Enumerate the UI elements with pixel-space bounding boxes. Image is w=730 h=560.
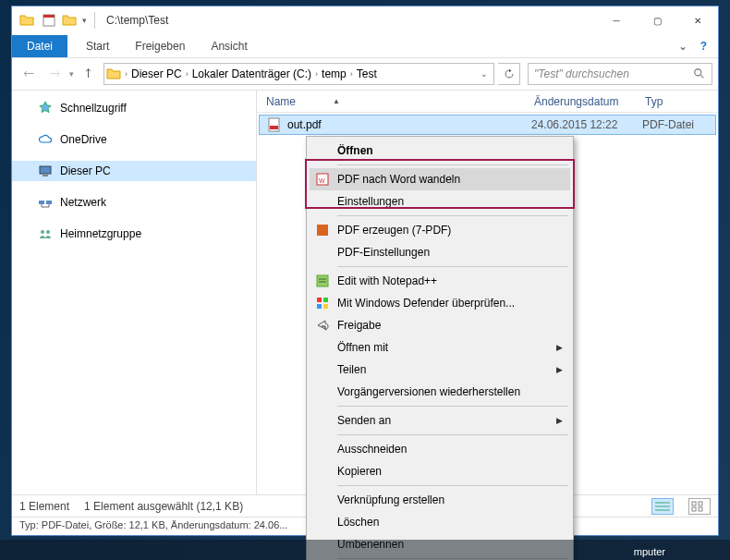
svg-rect-21 (699, 507, 702, 511)
crumb[interactable]: Test (357, 67, 377, 80)
column-headers[interactable]: Name▲ Änderungsdatum Typ (257, 91, 718, 113)
ctx-item[interactable]: Löschen (310, 511, 570, 533)
navigation-pane: SchnellzugriffOneDriveDieser PCNetzwerkH… (12, 91, 257, 494)
ctx-label: PDF erzeugen (7-PDF) (337, 224, 451, 237)
ctx-item[interactable]: PDF-Einstellungen (310, 241, 570, 263)
back-button[interactable]: 🡐 (18, 63, 40, 85)
nav-item-pc[interactable]: Dieser PC (12, 161, 256, 181)
star-icon (38, 101, 53, 116)
homegroup-icon (38, 226, 53, 241)
svg-line-3 (700, 75, 704, 79)
defender-icon (315, 296, 330, 310)
cloud-icon (38, 132, 53, 147)
sort-indicator-icon: ▲ (333, 97, 340, 105)
addr-dropdown-icon[interactable]: ⌄ (481, 69, 492, 79)
ctx-item[interactable]: Mit Windows Defender überprüfen... (310, 292, 570, 314)
history-dropdown-icon[interactable]: ▾ (69, 69, 74, 79)
ctx-item[interactable]: Öffnen (310, 140, 570, 162)
ctx-item[interactable]: WPDF nach Word wandeln (310, 168, 570, 190)
ctx-label: Löschen (337, 516, 379, 529)
nav-item-network[interactable]: Netzwerk (12, 192, 256, 213)
breadcrumb[interactable]: › Dieser PC › Lokaler Datenträger (C:) ›… (103, 63, 494, 85)
pdfword-icon: W (315, 172, 330, 187)
nav-label: Heimnetzgruppe (60, 227, 141, 240)
folder-icon (106, 67, 121, 81)
ctx-item[interactable]: Öffnen mit▶ (310, 336, 570, 359)
qat-dropdown-icon[interactable]: ▾ (82, 16, 87, 25)
ctx-item[interactable]: Ausschneiden (310, 438, 570, 460)
svg-rect-30 (317, 304, 322, 309)
col-type[interactable]: Typ (636, 95, 718, 108)
svg-rect-5 (43, 175, 48, 177)
forward-button[interactable]: 🡒 (43, 63, 66, 85)
ctx-label: Freigabe (337, 319, 381, 332)
status-selection: 1 Element ausgewählt (12,1 KB) (84, 500, 243, 513)
qat-newfolder-icon[interactable] (62, 13, 77, 28)
search-placeholder: "Test" durchsuchen (534, 67, 693, 80)
refresh-button[interactable] (498, 63, 520, 85)
crumb[interactable]: temp (322, 67, 347, 80)
titlebar: ▾ C:\temp\Test ─ ▢ ✕ (12, 6, 718, 34)
window-title: C:\temp\Test (106, 14, 168, 27)
up-button[interactable]: 🡑 (78, 63, 100, 85)
svg-rect-18 (692, 502, 696, 505)
ctx-item[interactable]: Edit with Notepad++ (310, 270, 570, 292)
ctx-item[interactable]: Kopieren (310, 460, 570, 482)
ctx-label: Vorgängerversionen wiederherstellen (337, 385, 520, 398)
ribbon-tab-ansicht[interactable]: Ansicht (198, 36, 260, 56)
crumb[interactable]: Lokaler Datenträger (C:) (192, 67, 311, 80)
col-name[interactable]: Name (266, 95, 296, 108)
pdf7-icon (315, 223, 330, 237)
svg-point-12 (46, 230, 50, 234)
svg-rect-31 (323, 304, 328, 309)
ctx-item[interactable]: PDF erzeugen (7-PDF) (310, 219, 570, 241)
search-icon (693, 67, 706, 80)
ctx-label: Mit Windows Defender überprüfen... (337, 297, 515, 310)
network-icon (38, 195, 53, 210)
qat-properties-icon[interactable] (42, 13, 56, 28)
nav-item-star[interactable]: Schnellzugriff (12, 98, 256, 118)
ctx-label: Einstellungen (337, 195, 404, 208)
maximize-button[interactable]: ▢ (637, 6, 677, 34)
help-icon[interactable]: ? (700, 40, 707, 53)
submenu-arrow-icon: ▶ (556, 365, 563, 374)
ctx-label: PDF-Einstellungen (337, 246, 430, 259)
nav-label: Schnellzugriff (60, 102, 127, 115)
submenu-arrow-icon: ▶ (556, 343, 563, 352)
nav-label: OneDrive (60, 133, 107, 146)
status-count: 1 Element (19, 500, 69, 513)
context-menu: ÖffnenWPDF nach Word wandelnEinstellunge… (306, 136, 574, 560)
close-button[interactable]: ✕ (677, 6, 718, 34)
file-row[interactable]: out.pdf 24.06.2015 12:22 PDF-Datei (259, 115, 716, 135)
ctx-label: Öffnen (337, 144, 373, 157)
ctx-item[interactable]: Freigabe (310, 314, 570, 336)
ribbon-expand-icon[interactable]: ⌄ (678, 40, 687, 53)
nav-item-homegroup[interactable]: Heimnetzgruppe (12, 224, 256, 244)
ctx-item[interactable]: Teilen▶ (310, 359, 570, 381)
ribbon-tab-start[interactable]: Start (73, 36, 122, 56)
taskbar[interactable]: mputer (0, 540, 730, 560)
ctx-label: PDF nach Word wandeln (337, 173, 460, 186)
svg-rect-20 (692, 507, 696, 511)
folder-icon (19, 13, 34, 28)
col-date[interactable]: Änderungsdatum (525, 95, 636, 108)
ctx-item[interactable]: Vorgängerversionen wiederherstellen (310, 381, 570, 403)
share-icon (315, 318, 330, 333)
svg-rect-14 (270, 126, 278, 129)
ctx-item[interactable]: Senden an▶ (310, 409, 570, 432)
ctx-item[interactable]: Verknüpfung erstellen (310, 489, 570, 511)
svg-rect-28 (317, 298, 322, 302)
icons-view-button[interactable] (688, 498, 711, 515)
details-view-button[interactable] (651, 498, 674, 515)
minimize-button[interactable]: ─ (596, 6, 637, 34)
nav-label: Dieser PC (60, 164, 111, 177)
crumb[interactable]: Dieser PC (131, 67, 182, 80)
ribbon-file-tab[interactable]: Datei (12, 35, 67, 57)
ctx-label: Ausschneiden (337, 443, 407, 456)
nav-item-cloud[interactable]: OneDrive (12, 129, 256, 150)
ctx-label: Kopieren (337, 465, 382, 478)
file-date: 24.06.2015 12:22 (522, 118, 633, 131)
ctx-item[interactable]: Einstellungen (310, 190, 570, 213)
ribbon-tab-freigeben[interactable]: Freigeben (122, 36, 198, 56)
search-input[interactable]: "Test" durchsuchen (528, 63, 712, 85)
